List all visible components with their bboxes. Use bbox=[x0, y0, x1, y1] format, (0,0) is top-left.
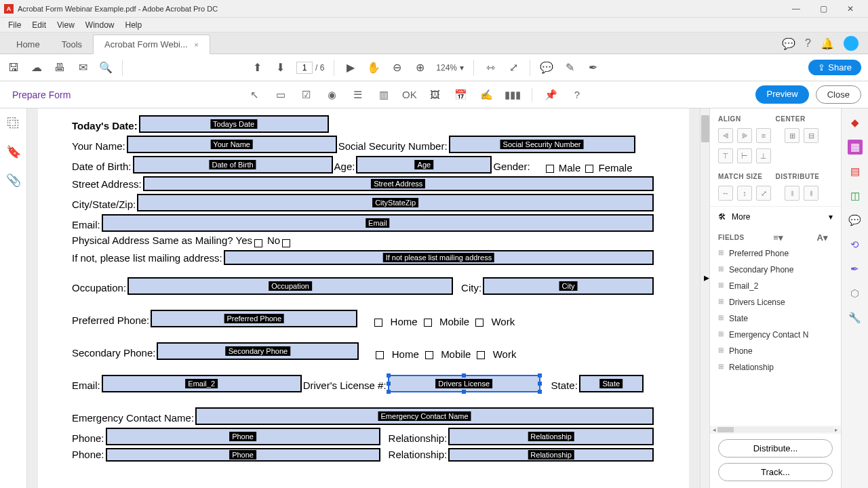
right-collapse-icon[interactable]: ▸ bbox=[704, 271, 709, 284]
track-form-button[interactable]: Track... bbox=[718, 463, 833, 481]
text-field-icon[interactable]: ▭ bbox=[274, 88, 288, 102]
field-phone1[interactable]: Phone bbox=[106, 428, 380, 445]
page-up-icon[interactable]: ⬆ bbox=[250, 61, 264, 75]
distribute-form-button[interactable]: Distribute... bbox=[718, 439, 833, 458]
list-item[interactable]: Emergency Contact N bbox=[710, 327, 841, 343]
barcode-icon[interactable]: ▮▮▮ bbox=[506, 88, 519, 102]
match-width-button[interactable]: ↔ bbox=[718, 186, 733, 201]
field-occupation[interactable]: Occupation bbox=[127, 277, 453, 295]
checkbox-sec-home[interactable] bbox=[376, 351, 384, 359]
cloud-icon[interactable]: ☁ bbox=[30, 61, 43, 75]
list-item[interactable]: Secondary Phone bbox=[710, 262, 841, 278]
fields-list[interactable]: Preferred Phone Secondary Phone Email_2 … bbox=[710, 245, 841, 426]
menu-window[interactable]: Window bbox=[80, 19, 120, 31]
checkbox-pref-work[interactable] bbox=[475, 319, 484, 327]
highlight-icon[interactable]: ✎ bbox=[563, 61, 576, 75]
select-tool-icon[interactable]: ↖ bbox=[248, 88, 262, 102]
fit-page-icon[interactable]: ⤢ bbox=[507, 61, 520, 75]
doc-scrollbar[interactable] bbox=[700, 108, 709, 488]
maximize-button[interactable]: ▢ bbox=[810, 1, 837, 17]
checkbox-sec-work[interactable] bbox=[477, 351, 485, 359]
align-right-button[interactable]: ≡ bbox=[756, 128, 771, 143]
center-v-button[interactable]: ⊟ bbox=[804, 128, 818, 143]
menu-help[interactable]: Help bbox=[120, 19, 148, 31]
menu-view[interactable]: View bbox=[52, 19, 80, 31]
more-button[interactable]: 🛠 More ▾ bbox=[710, 206, 841, 227]
match-height-button[interactable]: ↕ bbox=[737, 186, 752, 201]
pointer-icon[interactable]: ▶ bbox=[344, 61, 357, 75]
field-dob[interactable]: Date of Birth bbox=[133, 156, 333, 174]
filter-icon[interactable]: A▾ bbox=[817, 232, 829, 243]
comment-icon[interactable]: 💬 bbox=[540, 61, 553, 75]
mail-icon[interactable]: ✉ bbox=[76, 61, 90, 75]
field-city[interactable]: City bbox=[483, 277, 654, 295]
list-icon[interactable]: ☰ bbox=[351, 88, 365, 102]
tool-more-icon[interactable]: 🔧 bbox=[848, 310, 863, 325]
help-tool-icon[interactable]: ? bbox=[570, 88, 584, 102]
tab-close-icon[interactable]: × bbox=[194, 41, 198, 49]
dropdown-icon[interactable]: ▥ bbox=[377, 88, 391, 102]
menu-edit[interactable]: Edit bbox=[26, 19, 52, 31]
menu-file[interactable]: File bbox=[3, 19, 26, 31]
center-h-button[interactable]: ⊞ bbox=[785, 128, 800, 143]
list-item[interactable]: Phone bbox=[710, 343, 841, 359]
align-top-button[interactable]: ⊤ bbox=[718, 148, 733, 163]
field-ssn[interactable]: Social Security Number bbox=[449, 136, 635, 153]
image-icon[interactable]: 🖼 bbox=[429, 88, 442, 102]
tool-organize-icon[interactable]: ⟲ bbox=[848, 237, 863, 252]
align-center-button[interactable]: ⫸ bbox=[737, 128, 752, 143]
help-icon[interactable]: ? bbox=[805, 37, 811, 49]
tool-edit-icon[interactable]: ▤ bbox=[848, 164, 863, 179]
field-csz[interactable]: CityStateZip bbox=[137, 194, 654, 211]
list-item[interactable]: State bbox=[710, 310, 841, 327]
avatar[interactable] bbox=[844, 36, 859, 51]
date-icon[interactable]: 📅 bbox=[454, 88, 468, 102]
share-button[interactable]: ⇪ Share bbox=[808, 60, 861, 75]
field-drivers-license[interactable]: Drivers License bbox=[388, 375, 540, 392]
zoom-in-icon[interactable]: ⊕ bbox=[413, 61, 427, 75]
distribute-v-button[interactable]: ⫵ bbox=[804, 186, 818, 201]
match-both-button[interactable]: ⤢ bbox=[756, 186, 771, 201]
field-street[interactable]: Street Address bbox=[143, 176, 654, 191]
close-formbar-button[interactable]: Close bbox=[816, 85, 861, 104]
pin-icon[interactable]: 📌 bbox=[545, 88, 558, 102]
tool-create-icon[interactable]: ◆ bbox=[848, 115, 863, 130]
scroll-left-icon[interactable]: ◂ bbox=[711, 426, 717, 433]
list-item[interactable]: Email_2 bbox=[710, 278, 841, 294]
page-input[interactable] bbox=[296, 62, 313, 74]
sort-icon[interactable]: ≡▾ bbox=[773, 232, 784, 243]
chat-icon[interactable]: 💬 bbox=[782, 37, 795, 50]
align-middle-button[interactable]: ⊢ bbox=[737, 148, 752, 163]
search-icon[interactable]: 🔍 bbox=[99, 61, 113, 75]
field-todays-date[interactable]: Todays Date bbox=[139, 115, 329, 133]
radio-icon[interactable]: ◉ bbox=[326, 88, 339, 102]
bookmark-icon[interactable]: 🔖 bbox=[6, 144, 21, 159]
tool-protect-icon[interactable]: ⬡ bbox=[848, 286, 863, 301]
tool-sign-icon[interactable]: ✒ bbox=[848, 262, 863, 277]
tool-export-icon[interactable]: ◫ bbox=[848, 188, 863, 203]
field-sec-phone[interactable]: Secondary Phone bbox=[157, 342, 359, 360]
distribute-h-button[interactable]: ⫴ bbox=[785, 186, 800, 201]
checkbox-pref-mobile[interactable] bbox=[424, 319, 432, 327]
minimize-button[interactable]: — bbox=[783, 1, 810, 17]
align-left-button[interactable]: ⫷ bbox=[718, 128, 733, 143]
tool-comment-icon[interactable]: 💬 bbox=[848, 213, 863, 228]
signature-icon[interactable]: ✍ bbox=[480, 88, 494, 102]
checkbox-pref-home[interactable] bbox=[374, 319, 382, 327]
hand-icon[interactable]: ✋ bbox=[367, 61, 380, 75]
tab-home[interactable]: Home bbox=[5, 35, 51, 54]
field-rel1[interactable]: Relationship bbox=[448, 428, 654, 445]
checkbox-male[interactable] bbox=[546, 165, 554, 173]
checkbox-sec-mobile[interactable] bbox=[425, 351, 433, 359]
attachments-icon[interactable]: 📎 bbox=[6, 173, 21, 188]
tab-document[interactable]: Acrobat Form Webi... × bbox=[93, 35, 210, 54]
close-window-button[interactable]: ✕ bbox=[837, 1, 864, 17]
tool-prepare-icon[interactable]: ▦ bbox=[848, 140, 863, 155]
fit-width-icon[interactable]: ⇿ bbox=[484, 61, 497, 75]
field-state[interactable]: State bbox=[579, 375, 644, 392]
page-down-icon[interactable]: ⬇ bbox=[273, 61, 287, 75]
field-mailing[interactable]: If not please list mailing address bbox=[224, 250, 654, 265]
thumbnails-icon[interactable]: ⿻ bbox=[7, 117, 20, 131]
list-item[interactable]: Relationship bbox=[710, 359, 841, 375]
scroll-right-icon[interactable]: ▸ bbox=[833, 426, 840, 433]
